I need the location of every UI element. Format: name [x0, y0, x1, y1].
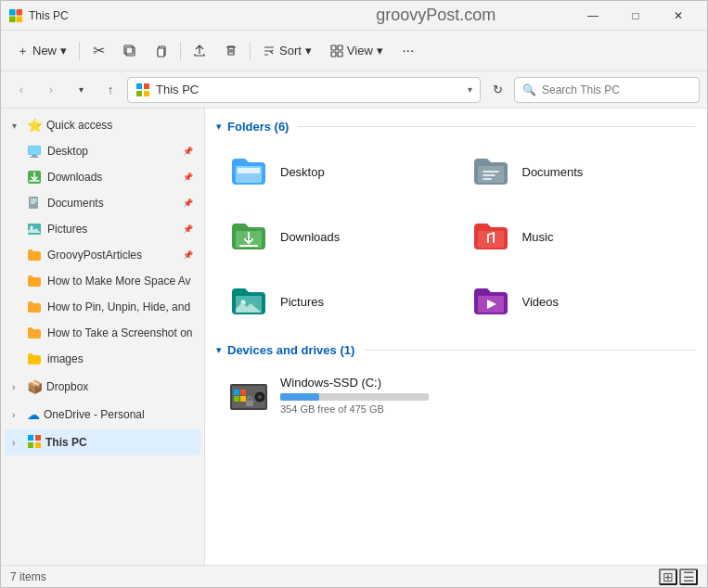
sidebar-item-how3[interactable]: How to Take a Screenshot on	[5, 320, 200, 346]
titlebar-controls: — □ ✕	[572, 1, 700, 31]
folder-downloads-icon	[226, 214, 271, 259]
svg-rect-8	[331, 45, 336, 50]
onedrive-header[interactable]: › ☁ OneDrive - Personal	[5, 402, 200, 428]
folder-documents[interactable]: Documents	[458, 141, 697, 202]
svg-rect-15	[144, 91, 149, 96]
folder-downloads[interactable]: Downloads	[216, 206, 455, 267]
documents-label: Documents	[47, 197, 177, 210]
sidebar-item-desktop[interactable]: Desktop 📌	[5, 138, 200, 164]
svg-rect-19	[29, 147, 41, 155]
svg-rect-41	[240, 390, 246, 395]
toolbar-separator-1	[79, 42, 80, 60]
up-button[interactable]: ↑	[97, 77, 123, 103]
folder-desktop-name: Desktop	[280, 165, 325, 179]
delete-button[interactable]	[216, 36, 246, 66]
search-box[interactable]: 🔍	[514, 77, 700, 103]
back-button[interactable]: ‹	[8, 77, 34, 103]
refresh-button[interactable]: ↻	[484, 77, 510, 103]
quick-access-header[interactable]: ▾ ⭐ Quick access	[5, 112, 200, 138]
cut-button[interactable]: ✂	[84, 36, 113, 66]
images-label: images	[47, 352, 193, 365]
how3-label: How to Take a Screenshot on	[47, 326, 193, 339]
toolbar-separator-3	[250, 42, 251, 60]
drive-c-icon	[226, 373, 271, 417]
address-path[interactable]: This PC ▾	[127, 77, 481, 103]
sidebar-item-documents[interactable]: Documents 📌	[5, 190, 200, 216]
copy-button[interactable]	[115, 36, 145, 66]
sidebar-item-pictures[interactable]: Pictures 📌	[5, 216, 200, 242]
svg-rect-2	[9, 16, 16, 22]
search-input[interactable]	[542, 83, 691, 96]
downloads-pin-icon: 📌	[183, 173, 193, 182]
more-button[interactable]: ···	[393, 36, 423, 66]
minimize-button[interactable]: —	[572, 1, 614, 31]
drives-chevron-icon: ▾	[216, 344, 222, 356]
folders-section-header: ▾ Folders (6)	[216, 120, 696, 134]
svg-rect-14	[136, 91, 142, 96]
svg-rect-31	[478, 166, 504, 183]
drive-c[interactable]: Windows-SSD (C:) 354 GB free of 475 GB	[216, 364, 696, 426]
list-view-button[interactable]: ☰	[679, 569, 698, 585]
sidebar-item-downloads[interactable]: Downloads 📌	[5, 164, 200, 190]
forward-button[interactable]: ›	[38, 77, 64, 103]
paste-button[interactable]	[147, 36, 176, 66]
folder-videos[interactable]: Videos	[458, 271, 697, 332]
svg-rect-11	[338, 52, 342, 57]
new-chevron-icon: ▾	[60, 44, 67, 58]
svg-rect-1	[17, 9, 23, 16]
main-panel: ▾ Folders (6) Desktop	[205, 109, 707, 565]
svg-rect-46	[246, 401, 253, 406]
svg-rect-7	[158, 48, 164, 57]
maximize-button[interactable]: □	[614, 1, 657, 31]
sidebar-item-groovy[interactable]: GroovyPostArticles 📌	[5, 242, 200, 268]
svg-point-45	[258, 395, 262, 399]
folder-videos-icon	[469, 279, 513, 324]
view-label: View	[347, 44, 373, 58]
drives-section-title: Devices and drives (1)	[227, 343, 354, 357]
share-button[interactable]	[185, 36, 214, 66]
sidebar-item-how2[interactable]: How to Pin, Unpin, Hide, and	[5, 294, 200, 320]
folder-pictures[interactable]: Pictures	[216, 271, 455, 332]
how3-icon	[27, 326, 42, 340]
drives-divider	[364, 350, 696, 351]
dropbox-header[interactable]: › 📦 Dropbox	[5, 374, 200, 400]
folder-desktop[interactable]: Desktop	[216, 141, 455, 202]
svg-rect-40	[234, 390, 239, 395]
this-pc-expand-icon: ›	[12, 438, 23, 448]
drive-c-bar-bg	[280, 393, 429, 401]
pictures-label: Pictures	[47, 223, 177, 236]
search-icon: 🔍	[522, 83, 536, 96]
new-button[interactable]: ＋ New ▾	[8, 36, 75, 66]
new-icon: ＋	[17, 43, 29, 59]
view-button[interactable]: View ▾	[322, 36, 392, 66]
folder-grid: Desktop Documents	[216, 141, 696, 332]
desktop-pin-icon: 📌	[183, 147, 193, 156]
svg-rect-12	[136, 83, 142, 89]
svg-rect-30	[238, 173, 260, 181]
recent-locations-button[interactable]: ▾	[68, 77, 94, 103]
addressbar: ‹ › ▾ ↑ This PC ▾ ↻ 🔍	[1, 71, 707, 109]
path-chevron-icon: ▾	[468, 84, 472, 95]
svg-rect-9	[338, 45, 342, 50]
sidebar: ▾ ⭐ Quick access Desktop 📌	[1, 109, 205, 565]
documents-icon	[27, 196, 42, 211]
sidebar-item-images[interactable]: images	[5, 346, 200, 372]
close-button[interactable]: ✕	[657, 1, 700, 31]
svg-rect-3	[17, 16, 23, 22]
how1-label: How to Make More Space Av	[47, 275, 193, 288]
images-icon	[27, 352, 42, 366]
svg-rect-18	[30, 157, 39, 158]
sidebar-item-how1[interactable]: How to Make More Space Av	[5, 268, 200, 294]
downloads-label: Downloads	[47, 171, 177, 184]
this-pc-header[interactable]: › This PC	[5, 429, 200, 455]
groovy-label: GroovyPostArticles	[47, 249, 177, 262]
folders-divider	[298, 126, 696, 127]
quick-access-expand-icon: ▾	[12, 121, 23, 131]
path-icon	[135, 83, 150, 97]
sort-button[interactable]: Sort ▾	[254, 36, 320, 66]
dropbox-icon: 📦	[27, 379, 43, 394]
folder-music[interactable]: Music	[458, 206, 697, 267]
svg-rect-25	[35, 435, 41, 441]
grid-view-button[interactable]: ⊞	[659, 569, 677, 585]
quick-access-section: ▾ ⭐ Quick access Desktop 📌	[1, 112, 204, 372]
